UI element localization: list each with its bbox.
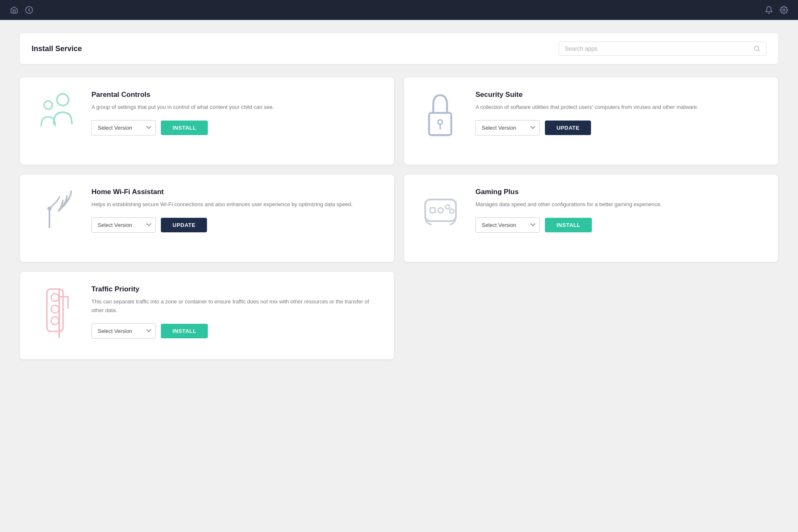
traffic-priority-name: Traffic Priority xyxy=(91,285,381,293)
svg-point-14 xyxy=(450,209,454,213)
gaming-plus-actions: Select Version INSTALL xyxy=(475,217,765,233)
nav-left xyxy=(10,6,33,14)
svg-rect-17 xyxy=(47,289,63,331)
security-suite-actions: Select Version UPDATE xyxy=(475,120,765,135)
svg-point-13 xyxy=(446,205,450,209)
top-navigation xyxy=(0,0,798,20)
gaming-plus-icon-area xyxy=(416,188,466,234)
security-suite-version-select[interactable]: Select Version xyxy=(475,120,540,135)
app-card-traffic-priority: Traffic Priority This can separate traff… xyxy=(20,272,394,359)
app-card-parental-controls: Parental Controls A group of settings th… xyxy=(20,77,394,165)
svg-point-7 xyxy=(438,120,443,124)
parental-controls-name: Parental Controls xyxy=(91,91,381,99)
wifi-assistant-update-button[interactable]: UPDATE xyxy=(161,218,207,232)
header-bar: Install Service xyxy=(20,33,778,64)
parental-controls-desc: A group of settings that put you in cont… xyxy=(91,103,381,112)
traffic-priority-info: Traffic Priority This can separate traff… xyxy=(91,285,381,339)
home-icon[interactable] xyxy=(10,6,18,14)
page-title: Install Service xyxy=(32,44,82,53)
wifi-assistant-actions: Select Version UPDATE xyxy=(91,217,381,233)
svg-point-1 xyxy=(783,9,785,11)
nav-right xyxy=(765,6,788,14)
wifi-assistant-name: Home Wi-Fi Assistant xyxy=(91,188,381,196)
security-suite-icon xyxy=(422,91,459,140)
parental-controls-icon xyxy=(34,91,79,140)
svg-point-19 xyxy=(51,305,59,313)
wifi-assistant-icon xyxy=(34,188,79,234)
search-input[interactable] xyxy=(565,45,749,52)
parental-controls-info: Parental Controls A group of settings th… xyxy=(91,91,381,135)
apps-grid: Parental Controls A group of settings th… xyxy=(20,77,778,359)
gaming-plus-install-button[interactable]: INSTALL xyxy=(545,218,592,232)
wifi-assistant-icon-area xyxy=(32,188,81,234)
gaming-plus-name: Gaming Plus xyxy=(475,188,765,196)
security-suite-desc: A collection of software utilities that … xyxy=(475,103,765,112)
svg-line-3 xyxy=(758,50,759,51)
app-card-security-suite: Security Suite A collection of software … xyxy=(404,77,778,165)
parental-controls-icon-area xyxy=(32,91,81,140)
security-suite-name: Security Suite xyxy=(475,91,765,99)
gaming-plus-desc: Manages data speed and other configurati… xyxy=(475,200,765,209)
back-icon[interactable] xyxy=(25,6,33,14)
gaming-plus-version-select[interactable]: Select Version xyxy=(475,217,540,233)
parental-controls-install-button[interactable]: INSTALL xyxy=(161,121,208,135)
security-suite-icon-area xyxy=(416,91,466,140)
svg-rect-12 xyxy=(430,208,435,213)
wifi-assistant-info: Home Wi-Fi Assistant Helps in establishi… xyxy=(91,188,381,233)
app-card-gaming-plus: Gaming Plus Manages data speed and other… xyxy=(404,175,778,262)
svg-point-20 xyxy=(51,317,59,325)
traffic-priority-icon-area xyxy=(32,285,81,339)
settings-icon[interactable] xyxy=(780,6,788,14)
wifi-assistant-desc: Helps in establishing secure Wi-Fi conne… xyxy=(91,200,381,209)
wifi-assistant-version-select[interactable]: Select Version xyxy=(91,217,156,233)
bell-icon[interactable] xyxy=(765,6,773,14)
search-wrapper xyxy=(559,42,766,56)
app-card-wifi-assistant: Home Wi-Fi Assistant Helps in establishi… xyxy=(20,175,394,262)
svg-point-4 xyxy=(57,94,69,106)
traffic-priority-version-select[interactable]: Select Version xyxy=(91,323,156,339)
traffic-priority-install-button[interactable]: INSTALL xyxy=(161,324,208,338)
security-suite-update-button[interactable]: UPDATE xyxy=(545,121,591,135)
security-suite-info: Security Suite A collection of software … xyxy=(475,91,765,135)
traffic-priority-actions: Select Version INSTALL xyxy=(91,323,381,339)
search-icon xyxy=(754,45,760,52)
parental-controls-version-select[interactable]: Select Version xyxy=(91,120,156,135)
svg-point-18 xyxy=(51,293,59,301)
gaming-plus-info: Gaming Plus Manages data speed and other… xyxy=(475,188,765,233)
parental-controls-actions: Select Version INSTALL xyxy=(91,120,381,135)
traffic-priority-icon xyxy=(38,285,75,339)
traffic-priority-desc: This can separate traffic into a zone or… xyxy=(91,298,381,315)
svg-point-15 xyxy=(438,208,443,213)
gaming-plus-icon xyxy=(418,188,463,234)
svg-point-0 xyxy=(26,7,33,14)
main-container: Install Service xyxy=(0,20,798,372)
svg-point-5 xyxy=(44,101,52,109)
